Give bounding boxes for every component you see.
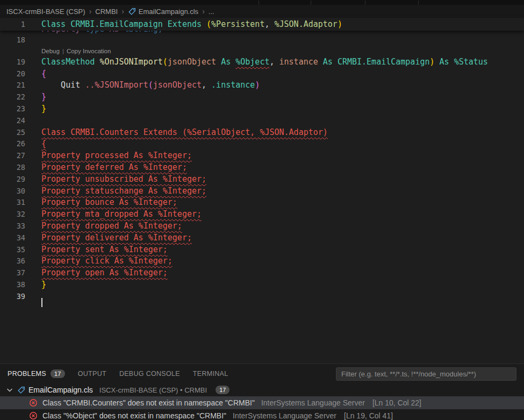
problem-row[interactable]: Class "%Object" does not exist in namesp… [0,409,524,420]
code-content[interactable]: { [25,138,46,150]
line-number: 36 [0,255,25,267]
code-token: %JSON.Adaptor [274,19,337,29]
tab-separator [311,1,311,5]
code-content[interactable]: Property dropped As %Integer; [25,220,182,232]
code-token: As [216,57,235,67]
code-content[interactable]: Property deferred As %Integer; [25,162,187,174]
code-content[interactable]: Property sent As %Integer; [25,244,168,256]
line-number: 26 [0,138,25,150]
code-content[interactable]: Property click As %Integer; [25,255,173,267]
line-number: 29 [0,174,25,186]
panel-tab-terminal[interactable]: TERMINAL [193,370,228,378]
line-number: 34 [0,232,25,244]
code-token: Property bounce As %Integer; [41,197,177,207]
tab-separator [418,1,419,5]
code-token: Property dropped As %Integer; [41,221,182,231]
code-token: ( [148,80,153,90]
clipped-line: Property type As %String; [0,31,524,34]
breadcrumb-item[interactable]: ISCX-crmBI-BASE (CSP) [6,8,85,16]
text-cursor [41,298,42,307]
panel-tab-output[interactable]: OUTPUT [78,370,106,378]
problem-source: InterSystems Language Server [233,411,336,420]
code-content[interactable]: ClassMethod %OnJSONImport(jsonObject As … [25,56,488,68]
breadcrumb-item[interactable]: CRMBI [95,8,118,16]
line-number: 27 [0,150,25,162]
code-content[interactable]: } [25,103,46,115]
sticky-line-code: Class CRMBI.EmailCampaign Extends (%Pers… [25,19,342,29]
code-line: 38} [0,279,524,291]
code-token: ) [338,19,342,29]
code-content[interactable]: Property unsubscribed As %Integer; [25,174,206,186]
code-content[interactable]: Property statuschange As %Integer; [25,186,206,197]
codelens-link[interactable]: Copy Invocation [67,48,111,54]
problems-file-group[interactable]: EmailCampaign.cls ISCX-crmBI-BASE (CSP) … [0,383,524,396]
code-token: Property unsubscribed As %Integer; [41,174,206,184]
problem-location: [Ln 10, Col 22] [372,398,421,407]
code-line: 28Property deferred As %Integer; [0,162,524,174]
code-token: ) [255,80,260,90]
code-token: , [264,19,274,29]
code-token: { [41,69,46,79]
problems-file-count-badge: 17 [216,386,229,394]
code-token: jsonObject [168,57,216,67]
line-number: 20 [0,68,25,80]
code-token: ClassMethod [41,57,99,67]
line-number: 32 [0,209,25,220]
sticky-scroll-line[interactable]: 1 Class CRMBI.EmailCampaign Extends (%Pe… [0,18,524,31]
code-content[interactable]: Class CRMBI.Counters Extends (%SerialObj… [25,127,328,139]
problem-message: Class "%Object" does not exist in namesp… [42,411,226,420]
problems-filter-input[interactable] [336,367,516,381]
editor[interactable]: Property type As %String; 18Debug|Copy I… [0,31,524,364]
code-content[interactable]: Property mta_dropped As %Integer; [25,209,202,220]
code-token: As [318,57,338,67]
code-content[interactable]: Quit ..%JSONImport(jsonObject, .instance… [25,80,260,91]
panel-tab-label: PROBLEMS [8,370,46,378]
code-content[interactable]: Property processed As %Integer; [25,150,192,162]
code-content[interactable]: Property delivered As %Integer; [25,232,192,244]
codelens-row: Debug|Copy Invocation [0,46,524,56]
code-token: Property mta_dropped As %Integer; [41,209,202,219]
code-content[interactable]: } [25,91,46,103]
code-line: 29Property unsubscribed As %Integer; [0,174,524,186]
code-line: 35Property sent As %Integer; [0,244,524,256]
code-content[interactable]: Property open As %Integer; [25,267,168,279]
code-token: Class CRMBI.EmailCampaign Extends [41,19,206,29]
panel-tab-problems[interactable]: PROBLEMS17 [8,369,65,378]
problem-source: InterSystems Language Server [261,398,365,407]
chevron-down-icon[interactable] [5,386,14,394]
panel-tab-debug-console[interactable]: DEBUG CONSOLE [119,370,180,378]
code-token: %String; [124,31,163,34]
code-line: 19ClassMethod %OnJSONImport(jsonObject A… [0,56,524,68]
line-number: 33 [0,220,25,232]
code-line: 30Property statuschange As %Integer; [0,186,524,197]
code-content[interactable]: } [25,279,46,291]
code-token: .instance [211,80,255,90]
code-content[interactable]: Property bounce As %Integer; [25,197,177,209]
code-token: , [269,57,279,67]
breadcrumb-item[interactable]: ... [209,8,214,16]
problems-count-badge: 17 [51,369,65,378]
code-line: 34Property delivered As %Integer; [0,232,524,244]
code-line: 36Property click As %Integer; [0,255,524,267]
class-file-tag-icon [128,8,136,16]
sticky-line-number: 1 [0,20,25,29]
breadcrumb-item[interactable]: EmailCampaign.cls [128,8,198,16]
codelens-link[interactable]: Debug [41,48,60,54]
code-line: 25Class CRMBI.Counters Extends (%SerialO… [0,127,524,139]
problem-row[interactable]: Class "CRMBI.Counters" does not exist in… [0,396,524,409]
line-number: 30 [0,186,25,197]
line-number: 37 [0,267,25,279]
code-token: } [41,92,46,102]
code-line: 33Property dropped As %Integer; [0,220,524,232]
breadcrumb: ISCX-crmBI-BASE (CSP)›CRMBI›EmailCampaig… [0,5,524,18]
code-token: Property statuschange As %Integer; [41,186,206,196]
editor-lines: 18Debug|Copy Invocation19ClassMethod %On… [0,34,524,303]
code-token: %OnJSONImport [99,57,162,67]
breadcrumb-item-label: EmailCampaign.cls [139,8,198,16]
line-number: 24 [0,115,25,127]
code-content[interactable]: { [25,68,46,80]
code-token: Property delivered As %Integer; [41,233,192,243]
code-token: } [41,104,46,113]
code-token: As [435,57,454,67]
error-icon [29,398,38,407]
